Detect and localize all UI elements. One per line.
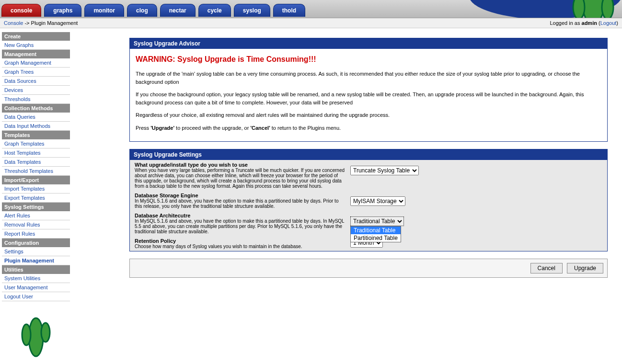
sidebar-item-import-templates[interactable]: Import Templates bbox=[2, 184, 70, 193]
tab-monitor[interactable]: monitor bbox=[84, 4, 124, 17]
tab-thold[interactable]: thold bbox=[273, 4, 305, 17]
setting-storage-engine: Database Storage Engine In MySQL 5.1.6 a… bbox=[130, 191, 607, 211]
settings-header: Syslog Upgrade Settings bbox=[130, 149, 607, 160]
sidebar-item-logout-user[interactable]: Logout User bbox=[2, 292, 70, 301]
tab-graphs[interactable]: graphs bbox=[44, 4, 81, 17]
sidebar-item-data-sources[interactable]: Data Sources bbox=[2, 77, 70, 86]
sidebar-item-graph-management[interactable]: Graph Management bbox=[2, 58, 70, 68]
sidebar-item-new-graphs[interactable]: New Graphs bbox=[2, 41, 70, 50]
login-status: Logged in as admin (Logout) bbox=[550, 20, 618, 26]
action-bar: Cancel Upgrade bbox=[129, 259, 608, 278]
sidebar-item-thresholds[interactable]: Thresholds bbox=[2, 95, 70, 104]
architecture-option-partitioned[interactable]: Partitioined Table bbox=[351, 234, 401, 242]
setting-upgrade-type: What upgrade/install type do you wish to… bbox=[130, 160, 607, 191]
sidebar-item-settings[interactable]: Settings bbox=[2, 247, 70, 256]
svg-point-1 bbox=[583, 0, 604, 18]
warning-title: WARNING: Syslog Upgrade is Time Consumin… bbox=[136, 54, 601, 65]
sidebar-item-system-utilities[interactable]: System Utilities bbox=[2, 274, 70, 283]
sidebar-header: Management bbox=[2, 50, 70, 58]
settings-panel: Syslog Upgrade Settings What upgrade/ins… bbox=[129, 149, 608, 251]
cancel-button[interactable]: Cancel bbox=[530, 263, 563, 273]
tab-console[interactable]: console bbox=[1, 4, 41, 17]
cactus-decoration bbox=[469, 0, 622, 18]
sidebar-header: Collection Methods bbox=[2, 104, 70, 113]
svg-point-3 bbox=[602, 0, 613, 18]
breadcrumb: Console -> Plugin Management bbox=[4, 20, 78, 26]
tab-nectar[interactable]: nectar bbox=[160, 4, 196, 17]
sidebar-item-user-management[interactable]: User Management bbox=[2, 283, 70, 292]
advisor-body: WARNING: Syslog Upgrade is Time Consumin… bbox=[130, 49, 607, 141]
advisor-panel: Syslog Upgrade Advisor WARNING: Syslog U… bbox=[129, 38, 608, 142]
sidebar-header: Create bbox=[2, 32, 70, 41]
sidebar-item-export-templates[interactable]: Export Templates bbox=[2, 193, 70, 203]
architecture-dropdown-options[interactable]: Traditional Table Partitioined Table bbox=[350, 226, 401, 242]
main-content: Syslog Upgrade Advisor WARNING: Syslog U… bbox=[72, 28, 622, 364]
sidebar-header: Configuration bbox=[2, 239, 70, 247]
sidebar-item-removal-rules[interactable]: Removal Rules bbox=[2, 220, 70, 229]
sidebar-item-graph-trees[interactable]: Graph Trees bbox=[2, 68, 70, 77]
sidebar-header: Templates bbox=[2, 131, 70, 139]
cactus-logo bbox=[17, 311, 55, 359]
sidebar-item-data-input-methods[interactable]: Data Input Methods bbox=[2, 122, 70, 131]
svg-point-5 bbox=[22, 324, 31, 345]
breadcrumb-bar: Console -> Plugin Management Logged in a… bbox=[0, 18, 622, 28]
logout-link[interactable]: Logout bbox=[600, 20, 617, 26]
tab-cycle[interactable]: cycle bbox=[198, 4, 231, 17]
advisor-header: Syslog Upgrade Advisor bbox=[130, 38, 607, 49]
sidebar-item-data-queries[interactable]: Data Queries bbox=[2, 113, 70, 122]
architecture-select[interactable]: Traditional Table bbox=[350, 216, 404, 226]
sidebar-item-data-templates[interactable]: Data Templates bbox=[2, 158, 70, 167]
sidebar-item-threshold-templates[interactable]: Threshold Templates bbox=[2, 167, 70, 176]
svg-point-2 bbox=[573, 0, 585, 18]
sidebar-header: Syslog Settings bbox=[2, 203, 70, 211]
sidebar: CreateNew GraphsManagementGraph Manageme… bbox=[0, 28, 72, 364]
sidebar-header: Import/Export bbox=[2, 176, 70, 184]
sidebar-item-report-rules[interactable]: Report Rules bbox=[2, 229, 70, 239]
storage-engine-select[interactable]: MyISAM Storage bbox=[350, 196, 405, 206]
upgrade-button[interactable]: Upgrade bbox=[567, 263, 603, 273]
upgrade-type-select[interactable]: Truncate Syslog Table bbox=[350, 166, 419, 175]
sidebar-item-graph-templates[interactable]: Graph Templates bbox=[2, 139, 70, 148]
sidebar-header: Utilities bbox=[2, 265, 70, 274]
top-tabs-bar: consolegraphsmonitorclognectarcyclesyslo… bbox=[0, 0, 622, 18]
sidebar-item-devices[interactable]: Devices bbox=[2, 86, 70, 95]
setting-architecture: Database Architecutre In MySQL 5.1.6 and… bbox=[130, 211, 607, 236]
sidebar-item-plugin-management[interactable]: Plugin Management bbox=[2, 256, 70, 265]
settings-body: What upgrade/install type do you wish to… bbox=[130, 160, 607, 251]
sidebar-item-alert-rules[interactable]: Alert Rules bbox=[2, 211, 70, 220]
architecture-option-traditional[interactable]: Traditional Table bbox=[351, 227, 401, 234]
tab-clog[interactable]: clog bbox=[127, 4, 157, 17]
tab-syslog[interactable]: syslog bbox=[234, 4, 270, 17]
sidebar-item-host-templates[interactable]: Host Templates bbox=[2, 148, 70, 158]
breadcrumb-console-link[interactable]: Console bbox=[4, 20, 23, 26]
svg-point-6 bbox=[41, 323, 50, 342]
